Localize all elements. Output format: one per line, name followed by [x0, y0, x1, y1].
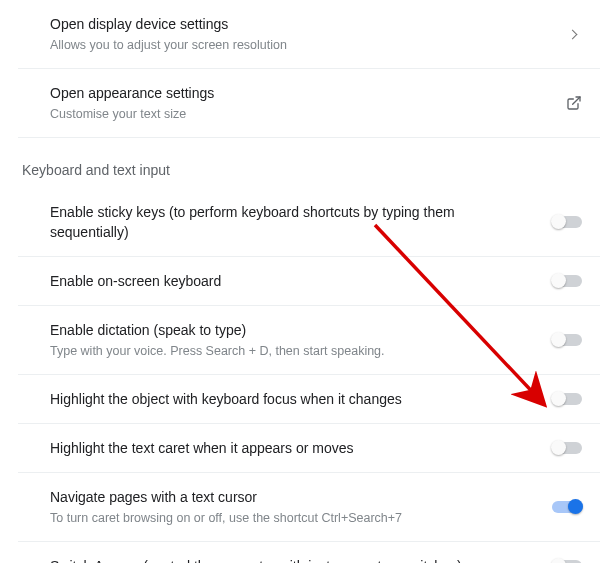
row-texts: Highlight the object with keyboard focus… [50, 389, 532, 409]
highlight-caret-toggle[interactable] [552, 442, 582, 454]
on-screen-keyboard-title: Enable on-screen keyboard [50, 271, 532, 291]
appearance-settings-subtitle: Customise your text size [50, 105, 546, 123]
svg-line-0 [573, 97, 580, 104]
switch-access-title: Switch Access (control the computer with… [50, 556, 532, 563]
row-texts: Navigate pages with a text cursor To tur… [50, 487, 532, 527]
toggle-control [552, 442, 582, 454]
row-sticky-keys[interactable]: Enable sticky keys (to perform keyboard … [18, 188, 600, 257]
toggle-control [552, 216, 582, 228]
row-texts: Switch Access (control the computer with… [50, 556, 532, 563]
row-on-screen-keyboard[interactable]: Enable on-screen keyboard [18, 257, 600, 306]
highlight-caret-title: Highlight the text caret when it appears… [50, 438, 532, 458]
row-texts: Highlight the text caret when it appears… [50, 438, 532, 458]
row-caret-browsing[interactable]: Navigate pages with a text cursor To tur… [18, 473, 600, 542]
section-header-keyboard: Keyboard and text input [18, 138, 600, 188]
row-display-settings[interactable]: Open display device settings Allows you … [18, 0, 600, 69]
row-texts: Enable sticky keys (to perform keyboard … [50, 202, 532, 242]
dictation-title: Enable dictation (speak to type) [50, 320, 532, 340]
row-appearance-settings[interactable]: Open appearance settings Customise your … [18, 69, 600, 138]
row-dictation[interactable]: Enable dictation (speak to type) Type wi… [18, 306, 600, 375]
caret-browsing-title: Navigate pages with a text cursor [50, 487, 532, 507]
toggle-control [552, 501, 582, 513]
highlight-object-title: Highlight the object with keyboard focus… [50, 389, 532, 409]
caret-browsing-subtitle: To turn caret browsing on or off, use th… [50, 509, 532, 527]
appearance-settings-title: Open appearance settings [50, 83, 546, 103]
caret-browsing-toggle[interactable] [552, 501, 582, 513]
external-link-icon [566, 95, 582, 111]
row-texts: Enable dictation (speak to type) Type wi… [50, 320, 532, 360]
on-screen-keyboard-toggle[interactable] [552, 275, 582, 287]
row-highlight-caret[interactable]: Highlight the text caret when it appears… [18, 424, 600, 473]
sticky-keys-title: Enable sticky keys (to perform keyboard … [50, 202, 532, 242]
row-texts: Enable on-screen keyboard [50, 271, 532, 291]
toggle-control [552, 393, 582, 405]
row-texts: Open appearance settings Customise your … [50, 83, 546, 123]
display-settings-subtitle: Allows you to adjust your screen resolut… [50, 36, 549, 54]
highlight-object-toggle[interactable] [552, 393, 582, 405]
sticky-keys-toggle[interactable] [552, 216, 582, 228]
row-switch-access[interactable]: Switch Access (control the computer with… [18, 542, 600, 563]
dictation-toggle[interactable] [552, 334, 582, 346]
row-texts: Open display device settings Allows you … [50, 14, 549, 54]
toggle-control [552, 334, 582, 346]
display-settings-title: Open display device settings [50, 14, 549, 34]
toggle-control [552, 275, 582, 287]
row-highlight-object[interactable]: Highlight the object with keyboard focus… [18, 375, 600, 424]
navigate-control [569, 31, 582, 38]
external-link-control [566, 95, 582, 111]
chevron-right-icon [568, 29, 578, 39]
dictation-subtitle: Type with your voice. Press Search + D, … [50, 342, 532, 360]
